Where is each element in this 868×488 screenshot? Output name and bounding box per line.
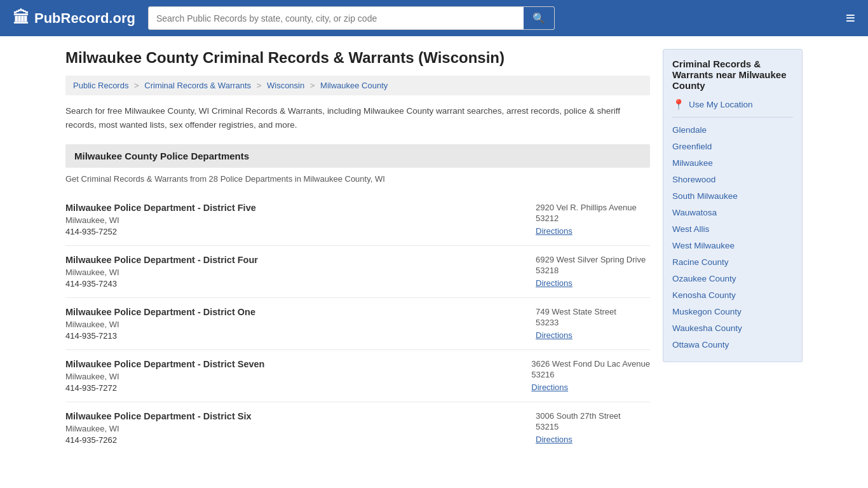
- list-item: Muskegon County: [672, 303, 793, 320]
- department-list: Milwaukee Police Department - District F…: [65, 194, 650, 454]
- dept-zip-3: 53216: [531, 370, 650, 379]
- logo-text: PubRecord.org: [34, 10, 135, 27]
- hamburger-icon: ≡: [846, 8, 855, 27]
- directions-link-0[interactable]: Directions: [536, 226, 573, 236]
- dept-address-3: 3626 West Fond Du Lac Avenue: [531, 359, 650, 369]
- breadcrumb-sep-2: >: [257, 81, 262, 90]
- directions-link-2[interactable]: Directions: [536, 330, 573, 340]
- dept-left-2: Milwaukee Police Department - District O…: [65, 307, 523, 341]
- sidebar-link-0[interactable]: Glendale: [672, 125, 707, 135]
- sidebar-box: Criminal Records & Warrants near Milwauk…: [663, 49, 803, 362]
- page-title: Milwaukee County Criminal Records & Warr…: [65, 49, 650, 67]
- sidebar-link-6[interactable]: West Allis: [672, 224, 709, 234]
- list-item: Racine County: [672, 254, 793, 270]
- section-header: Milwaukee County Police Departments: [65, 144, 650, 168]
- list-item: Glendale: [672, 121, 793, 138]
- dept-zip-0: 53212: [536, 214, 650, 223]
- table-row: Milwaukee Police Department - District S…: [65, 402, 650, 454]
- table-row: Milwaukee Police Department - District S…: [65, 350, 650, 402]
- dept-right-0: 2920 Vel R. Phillips Avenue 53212 Direct…: [523, 203, 650, 236]
- page-description: Search for free Milwaukee County, WI Cri…: [65, 104, 650, 132]
- search-button[interactable]: 🔍: [524, 7, 554, 29]
- sidebar: Criminal Records & Warrants near Milwauk…: [663, 49, 803, 454]
- dept-zip-1: 53218: [536, 266, 650, 275]
- dept-right-1: 6929 West Silver Spring Drive 53218 Dire…: [523, 255, 650, 288]
- breadcrumb-sep-3: >: [310, 81, 315, 90]
- section-subtext: Get Criminal Records & Warrants from 28 …: [65, 174, 650, 184]
- directions-link-1[interactable]: Directions: [536, 278, 573, 288]
- list-item: West Allis: [672, 220, 793, 237]
- dept-address-0: 2920 Vel R. Phillips Avenue: [536, 203, 650, 212]
- dept-name-3: Milwaukee Police Department - District S…: [65, 359, 519, 369]
- dept-phone-0: 414-935-7252: [65, 227, 523, 236]
- list-item: Greenfield: [672, 138, 793, 154]
- dept-phone-2: 414-935-7213: [65, 331, 523, 341]
- sidebar-box-title: Criminal Records & Warrants near Milwauk…: [672, 58, 793, 91]
- dept-city-0: Milwaukee, WI: [65, 215, 523, 225]
- sidebar-link-4[interactable]: South Milwaukee: [672, 191, 738, 201]
- dept-zip-4: 53215: [536, 422, 650, 431]
- table-row: Milwaukee Police Department - District O…: [65, 298, 650, 350]
- menu-button[interactable]: ≡: [846, 8, 855, 28]
- sidebar-link-9[interactable]: Ozaukee County: [672, 274, 736, 283]
- list-item: Wauwatosa: [672, 204, 793, 220]
- sidebar-link-13[interactable]: Ottawa County: [672, 340, 729, 349]
- use-location-label: Use My Location: [689, 100, 753, 109]
- table-row: Milwaukee Police Department - District F…: [65, 246, 650, 298]
- dept-phone-3: 414-935-7272: [65, 383, 519, 393]
- list-item: West Milwaukee: [672, 237, 793, 254]
- location-pin-icon: 📍: [672, 98, 685, 111]
- dept-phone-4: 414-935-7262: [65, 435, 523, 445]
- sidebar-link-8[interactable]: Racine County: [672, 257, 729, 267]
- sidebar-link-5[interactable]: Wauwatosa: [672, 208, 717, 217]
- list-item: Milwaukee: [672, 154, 793, 171]
- table-row: Milwaukee Police Department - District F…: [65, 194, 650, 246]
- dept-name-2: Milwaukee Police Department - District O…: [65, 307, 523, 317]
- list-item: South Milwaukee: [672, 187, 793, 204]
- breadcrumb-criminal-records[interactable]: Criminal Records & Warrants: [144, 81, 251, 90]
- list-item: Ozaukee County: [672, 270, 793, 287]
- directions-link-3[interactable]: Directions: [531, 383, 568, 392]
- sidebar-nearby-list: GlendaleGreenfieldMilwaukeeShorewoodSout…: [672, 121, 793, 353]
- dept-left-1: Milwaukee Police Department - District F…: [65, 255, 523, 288]
- dept-left-0: Milwaukee Police Department - District F…: [65, 203, 523, 236]
- sidebar-link-12[interactable]: Waukesha County: [672, 323, 742, 333]
- list-item: Ottawa County: [672, 336, 793, 353]
- dept-name-1: Milwaukee Police Department - District F…: [65, 255, 523, 265]
- sidebar-divider: [672, 117, 793, 118]
- list-item: Kenosha County: [672, 287, 793, 303]
- main-content: Milwaukee County Criminal Records & Warr…: [65, 49, 650, 454]
- list-item: Shorewood: [672, 171, 793, 187]
- breadcrumb-public-records[interactable]: Public Records: [73, 81, 128, 90]
- dept-name-0: Milwaukee Police Department - District F…: [65, 203, 523, 213]
- dept-left-3: Milwaukee Police Department - District S…: [65, 359, 519, 393]
- dept-right-3: 3626 West Fond Du Lac Avenue 53216 Direc…: [519, 359, 650, 392]
- use-location-button[interactable]: 📍 Use My Location: [672, 98, 793, 111]
- sidebar-link-7[interactable]: West Milwaukee: [672, 241, 735, 250]
- breadcrumb-milwaukee-county[interactable]: Milwaukee County: [320, 81, 388, 90]
- dept-city-2: Milwaukee, WI: [65, 320, 523, 329]
- dept-name-4: Milwaukee Police Department - District S…: [65, 411, 523, 421]
- search-input[interactable]: [149, 8, 524, 29]
- breadcrumb-wisconsin[interactable]: Wisconsin: [267, 81, 304, 90]
- dept-right-4: 3006 South 27th Street 53215 Directions: [523, 411, 650, 444]
- sidebar-link-2[interactable]: Milwaukee: [672, 158, 713, 168]
- dept-city-3: Milwaukee, WI: [65, 372, 519, 381]
- breadcrumb: Public Records > Criminal Records & Warr…: [65, 76, 650, 95]
- list-item: Waukesha County: [672, 320, 793, 336]
- sidebar-link-3[interactable]: Shorewood: [672, 175, 715, 184]
- dept-city-4: Milwaukee, WI: [65, 424, 523, 433]
- dept-left-4: Milwaukee Police Department - District S…: [65, 411, 523, 445]
- search-bar: 🔍: [148, 6, 555, 30]
- dept-right-2: 749 West State Street 53233 Directions: [523, 307, 650, 340]
- dept-address-4: 3006 South 27th Street: [536, 411, 650, 421]
- dept-phone-1: 414-935-7243: [65, 279, 523, 288]
- site-logo[interactable]: 🏛 PubRecord.org: [13, 8, 135, 28]
- directions-link-4[interactable]: Directions: [536, 435, 573, 444]
- building-icon: 🏛: [13, 8, 29, 28]
- sidebar-link-1[interactable]: Greenfield: [672, 142, 712, 151]
- sidebar-link-11[interactable]: Muskegon County: [672, 307, 742, 316]
- breadcrumb-sep-1: >: [134, 81, 139, 90]
- sidebar-link-10[interactable]: Kenosha County: [672, 290, 736, 300]
- dept-address-2: 749 West State Street: [536, 307, 650, 316]
